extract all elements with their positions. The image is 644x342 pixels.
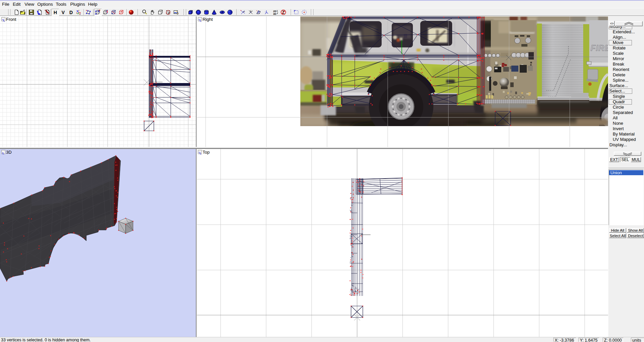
svg-text:x: x: [79, 13, 81, 15]
svg-text:3D: 3D: [273, 12, 276, 15]
svg-text:z: z: [78, 9, 79, 11]
